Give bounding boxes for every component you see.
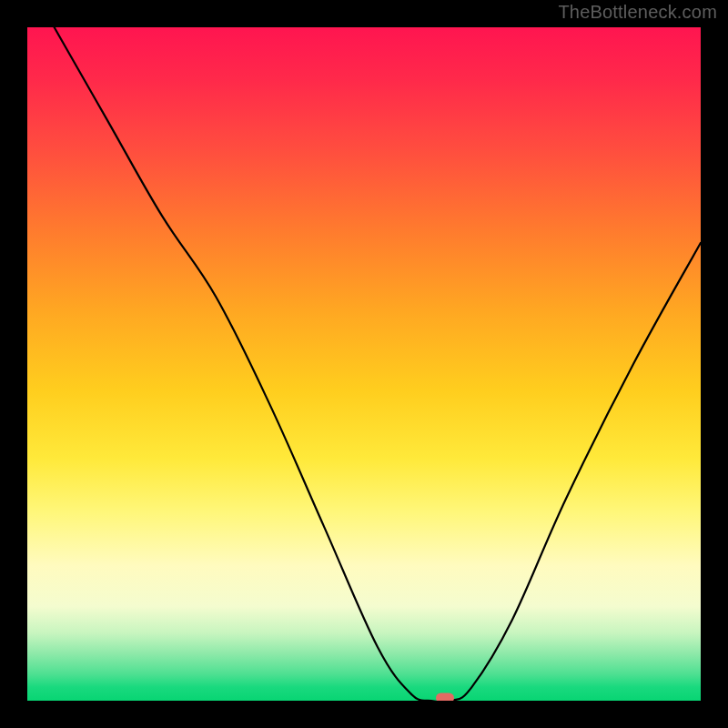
curve-layer	[27, 27, 701, 701]
bottleneck-curve	[55, 27, 701, 701]
watermark-text: TheBottleneck.com	[558, 2, 717, 23]
minimum-marker	[436, 693, 454, 702]
plot-area	[27, 27, 701, 701]
chart-frame: TheBottleneck.com	[0, 0, 728, 728]
